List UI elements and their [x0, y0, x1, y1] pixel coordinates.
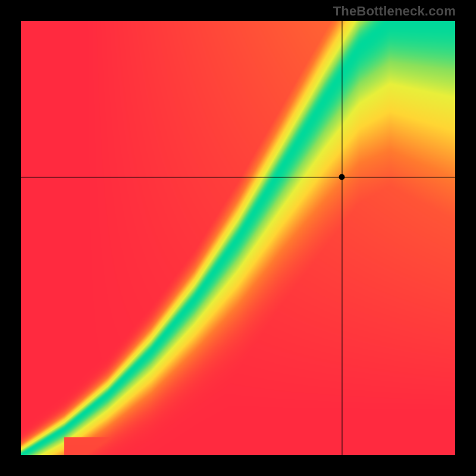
chart-root: TheBottleneck.com	[0, 0, 476, 476]
watermark-text: TheBottleneck.com	[333, 4, 456, 19]
bottleneck-heatmap	[21, 21, 455, 455]
